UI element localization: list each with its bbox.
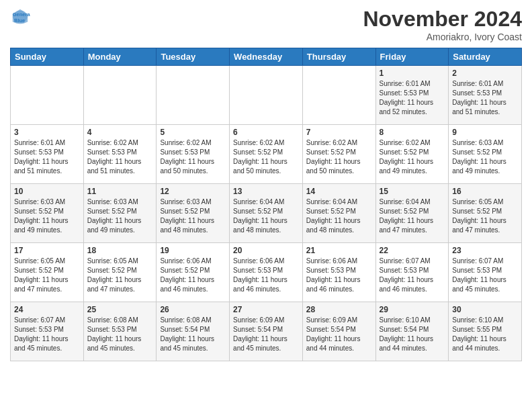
day-number: 30 (452, 305, 518, 314)
weekday-header-tuesday: Tuesday (157, 48, 230, 66)
day-number: 7 (306, 128, 372, 137)
calendar-cell: 12Sunrise: 6:03 AM Sunset: 5:52 PM Dayli… (157, 184, 230, 243)
calendar-cell: 4Sunrise: 6:02 AM Sunset: 5:53 PM Daylig… (83, 125, 157, 184)
day-info: Sunrise: 6:08 AM Sunset: 5:53 PM Dayligh… (87, 316, 153, 353)
calendar-cell: 5Sunrise: 6:02 AM Sunset: 5:53 PM Daylig… (157, 125, 230, 184)
week-row-5: 24Sunrise: 6:07 AM Sunset: 5:53 PM Dayli… (11, 302, 522, 361)
header: General Blue November 2024 Amoriakro, Iv… (10, 7, 522, 42)
title-block: November 2024 Amoriakro, Ivory Coast (363, 7, 522, 42)
day-number: 12 (160, 187, 226, 196)
calendar-cell: 14Sunrise: 6:04 AM Sunset: 5:52 PM Dayli… (302, 184, 375, 243)
day-number: 26 (160, 305, 226, 314)
day-info: Sunrise: 6:09 AM Sunset: 5:54 PM Dayligh… (306, 316, 372, 353)
page: General Blue November 2024 Amoriakro, Iv… (0, 0, 532, 368)
calendar-cell: 25Sunrise: 6:08 AM Sunset: 5:53 PM Dayli… (83, 302, 157, 361)
calendar-cell: 27Sunrise: 6:09 AM Sunset: 5:54 PM Dayli… (230, 302, 303, 361)
calendar-cell: 30Sunrise: 6:10 AM Sunset: 5:55 PM Dayli… (449, 302, 522, 361)
day-number: 27 (233, 305, 299, 314)
day-number: 29 (380, 305, 445, 314)
day-number: 20 (233, 246, 299, 255)
calendar-cell: 8Sunrise: 6:02 AM Sunset: 5:52 PM Daylig… (375, 125, 449, 184)
day-number: 28 (306, 305, 372, 314)
calendar-cell: 26Sunrise: 6:08 AM Sunset: 5:54 PM Dayli… (157, 302, 230, 361)
calendar: SundayMondayTuesdayWednesdayThursdayFrid… (10, 48, 522, 361)
calendar-cell (302, 66, 375, 125)
day-info: Sunrise: 6:05 AM Sunset: 5:52 PM Dayligh… (14, 257, 80, 294)
month-title: November 2024 (363, 7, 522, 32)
day-info: Sunrise: 6:04 AM Sunset: 5:52 PM Dayligh… (380, 197, 445, 235)
weekday-header-friday: Friday (375, 48, 449, 66)
calendar-cell: 10Sunrise: 6:03 AM Sunset: 5:52 PM Dayli… (11, 184, 84, 243)
day-number: 18 (87, 246, 153, 255)
day-info: Sunrise: 6:02 AM Sunset: 5:52 PM Dayligh… (306, 138, 372, 176)
day-number: 4 (87, 128, 153, 137)
calendar-cell: 21Sunrise: 6:06 AM Sunset: 5:53 PM Dayli… (302, 243, 375, 302)
calendar-cell: 13Sunrise: 6:04 AM Sunset: 5:52 PM Dayli… (230, 184, 303, 243)
calendar-cell: 18Sunrise: 6:05 AM Sunset: 5:52 PM Dayli… (83, 243, 157, 302)
day-info: Sunrise: 6:06 AM Sunset: 5:52 PM Dayligh… (160, 257, 226, 294)
calendar-cell (230, 66, 303, 125)
day-info: Sunrise: 6:08 AM Sunset: 5:54 PM Dayligh… (160, 316, 226, 353)
calendar-cell: 23Sunrise: 6:07 AM Sunset: 5:53 PM Dayli… (449, 243, 522, 302)
calendar-cell: 7Sunrise: 6:02 AM Sunset: 5:52 PM Daylig… (302, 125, 375, 184)
calendar-cell (157, 66, 230, 125)
week-row-2: 3Sunrise: 6:01 AM Sunset: 5:53 PM Daylig… (11, 125, 522, 184)
week-row-1: 1Sunrise: 6:01 AM Sunset: 5:53 PM Daylig… (11, 66, 522, 125)
week-row-4: 17Sunrise: 6:05 AM Sunset: 5:52 PM Dayli… (11, 243, 522, 302)
day-info: Sunrise: 6:07 AM Sunset: 5:53 PM Dayligh… (380, 257, 445, 294)
day-number: 13 (233, 187, 299, 196)
day-info: Sunrise: 6:02 AM Sunset: 5:53 PM Dayligh… (87, 138, 153, 176)
calendar-cell: 19Sunrise: 6:06 AM Sunset: 5:52 PM Dayli… (157, 243, 230, 302)
calendar-cell: 28Sunrise: 6:09 AM Sunset: 5:54 PM Dayli… (302, 302, 375, 361)
day-number: 9 (452, 128, 518, 137)
calendar-cell: 29Sunrise: 6:10 AM Sunset: 5:54 PM Dayli… (375, 302, 449, 361)
calendar-cell: 17Sunrise: 6:05 AM Sunset: 5:52 PM Dayli… (11, 243, 84, 302)
calendar-cell: 24Sunrise: 6:07 AM Sunset: 5:53 PM Dayli… (11, 302, 84, 361)
day-number: 1 (380, 68, 445, 78)
day-number: 23 (452, 246, 518, 255)
calendar-cell: 16Sunrise: 6:05 AM Sunset: 5:52 PM Dayli… (449, 184, 522, 243)
day-info: Sunrise: 6:07 AM Sunset: 5:53 PM Dayligh… (452, 257, 518, 294)
day-number: 15 (380, 187, 445, 196)
day-info: Sunrise: 6:03 AM Sunset: 5:52 PM Dayligh… (87, 197, 153, 235)
calendar-cell: 3Sunrise: 6:01 AM Sunset: 5:53 PM Daylig… (11, 125, 84, 184)
day-info: Sunrise: 6:03 AM Sunset: 5:52 PM Dayligh… (14, 197, 80, 235)
weekday-header-sunday: Sunday (11, 48, 84, 66)
svg-text:Blue: Blue (14, 17, 25, 24)
day-info: Sunrise: 6:05 AM Sunset: 5:52 PM Dayligh… (452, 197, 518, 235)
day-info: Sunrise: 6:01 AM Sunset: 5:53 PM Dayligh… (380, 79, 445, 117)
day-info: Sunrise: 6:06 AM Sunset: 5:53 PM Dayligh… (233, 257, 299, 294)
weekday-header-monday: Monday (83, 48, 157, 66)
day-info: Sunrise: 6:02 AM Sunset: 5:52 PM Dayligh… (233, 138, 299, 176)
day-number: 16 (452, 187, 518, 196)
calendar-cell: 2Sunrise: 6:01 AM Sunset: 5:53 PM Daylig… (449, 66, 522, 125)
day-number: 24 (14, 305, 80, 314)
calendar-cell: 11Sunrise: 6:03 AM Sunset: 5:52 PM Dayli… (83, 184, 157, 243)
day-info: Sunrise: 6:10 AM Sunset: 5:54 PM Dayligh… (380, 316, 445, 353)
day-number: 19 (160, 246, 226, 255)
day-number: 21 (306, 246, 372, 255)
day-info: Sunrise: 6:06 AM Sunset: 5:53 PM Dayligh… (306, 257, 372, 294)
weekday-header-saturday: Saturday (449, 48, 522, 66)
day-number: 14 (306, 187, 372, 196)
day-info: Sunrise: 6:03 AM Sunset: 5:52 PM Dayligh… (160, 197, 226, 235)
day-number: 3 (14, 128, 80, 137)
day-info: Sunrise: 6:02 AM Sunset: 5:53 PM Dayligh… (160, 138, 226, 176)
calendar-cell (11, 66, 84, 125)
day-info: Sunrise: 6:09 AM Sunset: 5:54 PM Dayligh… (233, 316, 299, 353)
day-info: Sunrise: 6:10 AM Sunset: 5:55 PM Dayligh… (452, 316, 518, 353)
day-info: Sunrise: 6:03 AM Sunset: 5:52 PM Dayligh… (452, 138, 518, 176)
day-info: Sunrise: 6:01 AM Sunset: 5:53 PM Dayligh… (452, 79, 518, 117)
weekday-header-wednesday: Wednesday (230, 48, 303, 66)
day-number: 5 (160, 128, 226, 137)
day-number: 6 (233, 128, 299, 137)
day-number: 2 (452, 68, 518, 78)
day-number: 17 (14, 246, 80, 255)
day-info: Sunrise: 6:04 AM Sunset: 5:52 PM Dayligh… (233, 197, 299, 235)
logo: General Blue (10, 7, 33, 27)
day-number: 11 (87, 187, 153, 196)
calendar-cell: 22Sunrise: 6:07 AM Sunset: 5:53 PM Dayli… (375, 243, 449, 302)
week-row-3: 10Sunrise: 6:03 AM Sunset: 5:52 PM Dayli… (11, 184, 522, 243)
calendar-cell: 15Sunrise: 6:04 AM Sunset: 5:52 PM Dayli… (375, 184, 449, 243)
calendar-cell: 1Sunrise: 6:01 AM Sunset: 5:53 PM Daylig… (375, 66, 449, 125)
